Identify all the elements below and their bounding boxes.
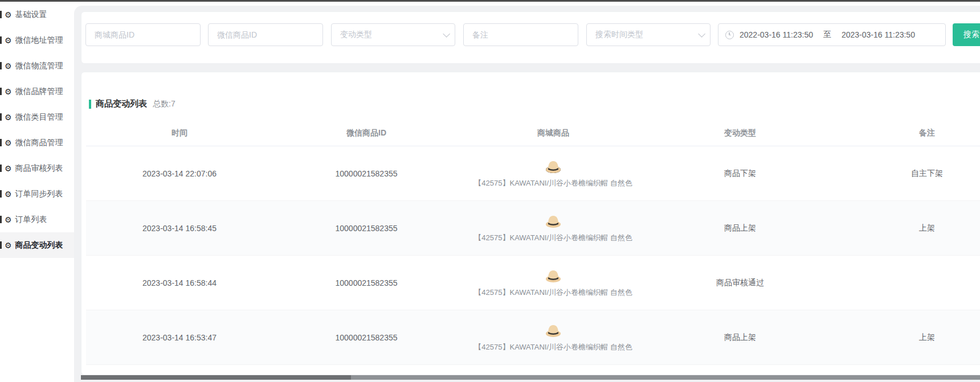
product-change-list-panel: 商品变动列表 总数:7 时间 微信商品ID 商城商品 变动类型 备注 2023-… [81, 72, 980, 375]
sidebar-item-label: 基础设置 [15, 10, 47, 20]
gear-icon: ⚙ [5, 62, 12, 70]
sidebar-item-wechat-product[interactable]: ⚙ 微信商品管理 [0, 130, 74, 155]
sidebar-item-label: 订单列表 [15, 215, 47, 225]
sidebar-item-wechat-logistics[interactable]: ⚙ 微信物流管理 [0, 53, 74, 79]
gear-icon: ⚙ [5, 190, 12, 198]
horizontal-scrollbar-track[interactable] [81, 375, 980, 380]
chevron-down-icon [698, 30, 705, 38]
product-image-straw-hat [545, 323, 562, 338]
product-name: 【42575】KAWATANI/川谷小卷檐编织帽 自然色 [474, 178, 632, 188]
cell-mall-product: 【42575】KAWATANI/川谷小卷檐编织帽 自然色 [460, 159, 647, 188]
gear-icon: ⚙ [5, 113, 12, 121]
column-header-mall-product: 商城商品 [460, 128, 647, 138]
table-header-row: 时间 微信商品ID 商城商品 变动类型 备注 [86, 120, 980, 146]
clock-icon [725, 31, 734, 39]
sidebar-item-label: 微信品牌管理 [15, 87, 63, 97]
cell-change-type: 商品下架 [647, 169, 834, 179]
sidebar-item-order-list[interactable]: ⚙ 订单列表 [0, 207, 74, 232]
gear-icon: ⚙ [5, 11, 12, 19]
product-name: 【42575】KAWATANI/川谷小卷檐编织帽 自然色 [474, 233, 632, 243]
window-top-edge [0, 0, 980, 2]
cell-remark: 自主下架 [834, 169, 980, 179]
list-header: 商品变动列表 总数:7 [89, 98, 175, 109]
cell-time: 2023-03-14 22:07:06 [86, 169, 273, 178]
sidebar-item-wechat-brand[interactable]: ⚙ 微信品牌管理 [0, 79, 74, 104]
cell-remark: 上架 [834, 223, 980, 233]
cell-change-type: 商品上架 [647, 332, 834, 343]
cell-change-type: 商品上架 [647, 223, 834, 233]
gear-icon: ⚙ [5, 216, 12, 224]
cell-mall-product: 【42575】KAWATANI/川谷小卷檐编织帽 自然色 [460, 268, 647, 298]
column-header-time: 时间 [86, 128, 273, 138]
date-range-start[interactable]: 2022-03-16 11:23:50 [740, 30, 813, 39]
search-time-type-select[interactable]: 搜索时间类型 [586, 23, 710, 46]
title-accent-bar [89, 100, 91, 109]
sidebar-item-label: 微信类目管理 [15, 112, 63, 122]
sidebar-item-product-change-list[interactable]: ⚙ 商品变动列表 [0, 232, 74, 258]
change-type-placeholder: 变动类型 [340, 30, 372, 40]
cell-time: 2023-03-14 16:53:47 [86, 333, 273, 342]
gear-icon: ⚙ [5, 139, 12, 147]
table-row: 2023-03-14 16:58:45 10000021582355 【4257… [86, 201, 980, 256]
sidebar-item-order-sync-list[interactable]: ⚙ 订单同步列表 [0, 181, 74, 207]
product-image-straw-hat [545, 268, 562, 283]
column-header-remark: 备注 [834, 128, 980, 138]
sidebar-item-label: 订单同步列表 [15, 189, 63, 199]
total-count: 总数:7 [153, 99, 175, 109]
column-header-change-type: 变动类型 [647, 128, 834, 138]
sidebar: ⚙ 基础设置 ⚙ 微信地址管理 ⚙ 微信物流管理 ⚙ 微信品牌管理 ⚙ 微信类目… [0, 2, 74, 382]
sidebar-item-product-review-list[interactable]: ⚙ 商品审核列表 [0, 155, 74, 181]
cell-wechat-id: 10000021582355 [273, 169, 460, 178]
cell-mall-product: 【42575】KAWATANI/川谷小卷檐编织帽 自然色 [460, 213, 647, 243]
table-row: 2023-03-14 16:53:47 10000021582355 【4257… [86, 310, 980, 365]
product-change-table: 时间 微信商品ID 商城商品 变动类型 备注 2023-03-14 22:07:… [86, 120, 980, 375]
date-range-picker[interactable]: 2022-03-16 11:23:50 至 2023-03-16 11:23:5… [718, 23, 946, 46]
cell-time: 2023-03-14 16:58:45 [86, 224, 273, 233]
wechat-product-id-input[interactable] [208, 23, 323, 46]
sidebar-item-label: 微信地址管理 [15, 35, 63, 46]
date-range-end[interactable]: 2023-03-16 11:23:50 [842, 30, 915, 39]
product-name: 【42575】KAWATANI/川谷小卷檐编织帽 自然色 [474, 342, 632, 352]
sidebar-item-label: 商品变动列表 [15, 240, 63, 250]
cell-change-type: 商品审核通过 [647, 278, 834, 288]
product-image-straw-hat [545, 159, 562, 174]
chevron-down-icon [443, 30, 450, 38]
gear-icon: ⚙ [5, 88, 12, 96]
search-time-type-placeholder: 搜索时间类型 [595, 30, 643, 40]
sidebar-item-label: 微信物流管理 [15, 61, 63, 71]
cell-wechat-id: 10000021582355 [273, 278, 460, 287]
content-region: 变动类型 搜索时间类型 2022-03-16 11:23:50 至 2023-0… [74, 6, 980, 382]
search-button[interactable]: 搜索 [953, 23, 980, 46]
table-row: 2023-03-14 16:58:44 10000021582355 【4257… [86, 256, 980, 310]
product-name: 【42575】KAWATANI/川谷小卷檐编织帽 自然色 [474, 287, 632, 298]
date-range-separator: 至 [819, 30, 836, 40]
sidebar-item-label: 商品审核列表 [15, 163, 63, 174]
cell-wechat-id: 10000021582355 [273, 333, 460, 342]
gear-icon: ⚙ [5, 36, 12, 44]
table-row: 2023-03-14 22:07:06 10000021582355 【4257… [86, 146, 980, 201]
cell-mall-product: 【42575】KAWATANI/川谷小卷檐编织帽 自然色 [460, 323, 647, 352]
sidebar-item-wechat-category[interactable]: ⚙ 微信类目管理 [0, 104, 74, 130]
table-row [86, 365, 980, 375]
sidebar-menu: ⚙ 基础设置 ⚙ 微信地址管理 ⚙ 微信物流管理 ⚙ 微信品牌管理 ⚙ 微信类目… [0, 2, 74, 258]
remark-input[interactable] [463, 23, 578, 46]
gear-icon: ⚙ [5, 165, 12, 172]
mall-product-id-input[interactable] [85, 23, 201, 46]
sidebar-item-label: 微信商品管理 [15, 138, 63, 148]
cell-remark: 上架 [834, 332, 980, 343]
horizontal-scrollbar-thumb[interactable] [81, 375, 351, 380]
column-header-wechat-id: 微信商品ID [273, 128, 460, 138]
sidebar-item-wechat-address[interactable]: ⚙ 微信地址管理 [0, 27, 74, 53]
gear-icon: ⚙ [5, 241, 12, 249]
change-type-select[interactable]: 变动类型 [331, 23, 455, 46]
page-title: 商品变动列表 [96, 98, 147, 109]
product-image-straw-hat [545, 213, 562, 228]
sidebar-item-basic-settings[interactable]: ⚙ 基础设置 [0, 2, 74, 27]
cell-wechat-id: 10000021582355 [273, 224, 460, 233]
cell-time: 2023-03-14 16:58:44 [86, 278, 273, 287]
